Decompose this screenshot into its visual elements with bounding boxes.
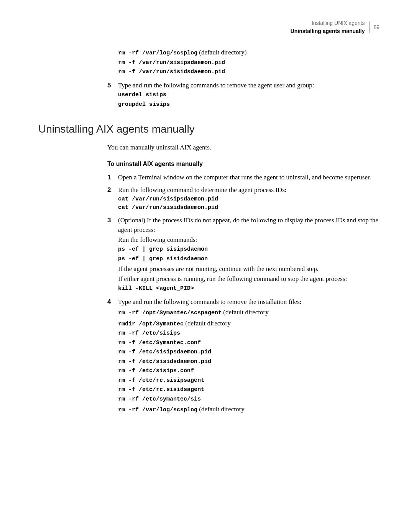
step-text: Type and run the following commands to r… bbox=[118, 80, 380, 90]
code-line: rm -f /etc/rc.sisipsagent bbox=[118, 376, 380, 385]
code-line: kill -KILL <agent_PID> bbox=[118, 284, 380, 293]
step-text: (Optional) If the process IDs do not app… bbox=[118, 215, 380, 235]
code-line: cat /var/run/sisipsdaemon.pid bbox=[118, 195, 380, 204]
step-text: If either agent process is running, run … bbox=[118, 274, 380, 284]
page-number: 89 bbox=[373, 23, 380, 31]
code-line: cat /var/run/sisidsdaemon.pid bbox=[118, 204, 380, 212]
step-2: 2 Run the following command to determine… bbox=[107, 185, 380, 212]
step-text: Run the following command to determine t… bbox=[118, 185, 380, 195]
header-divider bbox=[369, 21, 370, 33]
code-line: rm -rf /var/log/scsplog bbox=[118, 50, 197, 56]
code-line: ps -ef | grep sisidsdaemon bbox=[118, 255, 380, 264]
intro-paragraph: You can manually uninstall AIX agents. bbox=[107, 143, 380, 153]
sub-heading: To uninstall AIX agents manually bbox=[107, 159, 380, 169]
step-number: 3 bbox=[107, 215, 118, 294]
step-number: 4 bbox=[107, 297, 118, 415]
step-number: 2 bbox=[107, 185, 118, 212]
step-1: 1 Open a Terminal window on the computer… bbox=[107, 172, 380, 182]
step-5: 5 Type and run the following commands to… bbox=[107, 80, 380, 110]
code-line: rm -f /var/run/sisipsdaemon.pid bbox=[118, 59, 380, 67]
code-line: rm -f /etc/sisidsdaemon.pid bbox=[118, 358, 380, 366]
code-line: rm -f /etc/Symantec.conf bbox=[118, 339, 380, 348]
step-number: 5 bbox=[107, 80, 118, 110]
code-line: rm -rf /etc/sisips bbox=[118, 329, 380, 338]
code-line: rm -f /var/run/sisidsdaemon.pid bbox=[118, 68, 380, 77]
step-number: 1 bbox=[107, 172, 118, 182]
step-text: Open a Terminal window on the computer t… bbox=[118, 172, 380, 182]
step-text: If the agent processes are not running, … bbox=[118, 264, 380, 274]
step-text: Run the following commands: bbox=[118, 235, 380, 245]
code-line: ps -ef | grep sisipsdaemon bbox=[118, 245, 380, 254]
step-text: Type and run the following commands to r… bbox=[118, 297, 380, 307]
code-line: rm -f /etc/sisipsdaemon.pid bbox=[118, 348, 380, 357]
code-line: rm -f /etc/rc.sisidsagent bbox=[118, 386, 380, 394]
code-line: rm -rf /var/log/scsplog bbox=[118, 407, 197, 413]
code-line: rm -rf /opt/Symantec/scspagent bbox=[118, 310, 222, 316]
note: (default directory bbox=[222, 309, 269, 316]
step-4: 4 Type and run the following commands to… bbox=[107, 297, 380, 415]
note: (default directory) bbox=[197, 49, 246, 56]
header-subtitle: Uninstalling agents manually bbox=[291, 27, 365, 35]
code-line: rm -f /etc/sisips.conf bbox=[118, 367, 380, 376]
header-title: Installing UNIX agents bbox=[312, 20, 365, 26]
page-header: Installing UNIX agents Uninstalling agen… bbox=[38, 19, 380, 35]
step-3: 3 (Optional) If the process IDs do not a… bbox=[107, 215, 380, 294]
code-line: rm -rf /etc/symantec/sis bbox=[118, 395, 380, 404]
code-line: userdel sisips bbox=[118, 91, 380, 100]
content-column: rm -rf /var/log/scsplog (default directo… bbox=[107, 47, 380, 110]
code-line: groupdel sisips bbox=[118, 100, 380, 109]
section-heading: Uninstalling AIX agents manually bbox=[38, 121, 380, 137]
code-line: rmdir /opt/Symantec bbox=[118, 321, 184, 327]
note: (default directory bbox=[197, 406, 245, 413]
note: (default directory bbox=[184, 320, 231, 327]
